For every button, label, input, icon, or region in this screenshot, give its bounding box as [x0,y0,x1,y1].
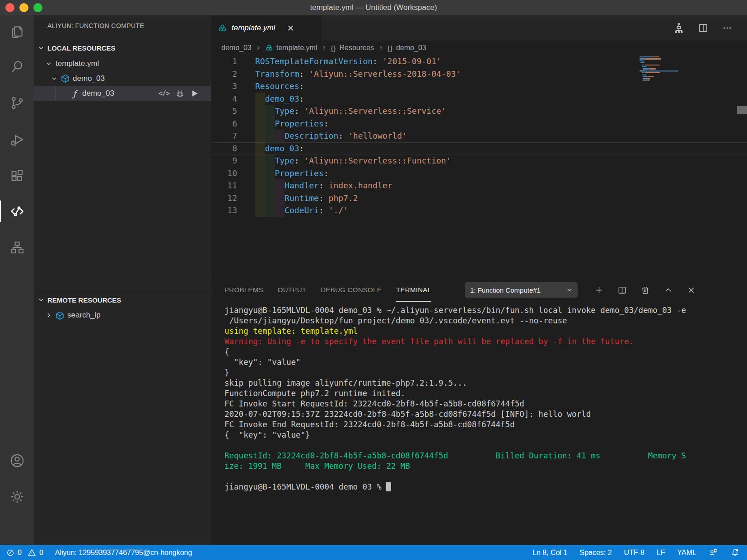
notifications-bell-icon[interactable] [730,548,740,557]
panel-tab-output[interactable]: OUTPUT [278,278,306,302]
extensions-icon[interactable] [0,162,34,190]
more-actions-icon[interactable] [722,23,733,33]
section-remote-resources[interactable]: REMOTE RESOURCES [34,292,211,308]
source-control-icon[interactable] [0,89,34,117]
maximize-panel-chevron-up-icon[interactable] [663,285,673,295]
zoom-window-button[interactable] [33,3,42,12]
code-line[interactable]: 4demo_03: [211,93,747,105]
window-controls [5,3,42,12]
code-line[interactable]: 6Properties: [211,117,747,130]
terminal-line: FC Invoke End RequestId: 23224cd0-2bf8-4… [224,420,747,430]
tree-item-function-demo03-selected[interactable]: ƒ demo_03 </> [34,86,211,101]
minimap-line [647,78,650,79]
minimap-line [642,75,647,75]
minimap-line [649,68,656,69]
indent-guide [255,167,265,180]
terminal-output[interactable]: jiangyu@B-165MLVDL-0004 demo_03 % ~/.ali… [211,302,747,545]
line-number: 2 [211,68,237,80]
code-line[interactable]: 10Properties: [211,167,747,180]
panel-actions [594,278,747,302]
section-local-resources[interactable]: LOCAL RESOURCES [34,40,211,56]
panel-tab-debug-console[interactable]: DEBUG CONSOLE [321,278,382,302]
indent-guide [275,130,285,142]
settings-gear-icon[interactable] [0,483,34,511]
run-debug-icon[interactable] [0,126,34,154]
terminal-line: "key": "value" [224,357,747,368]
explorer-icon[interactable] [0,18,34,46]
code-text: ROSTemplateFormatVersion: '2015-09-01' [255,55,441,68]
search-icon[interactable] [0,53,34,81]
code-line[interactable]: 9Type: 'Aliyun::Serverless::Function' [211,154,747,167]
local-invoke-code-icon[interactable]: </> [159,89,169,98]
breadcrumb-item[interactable]: demo_03 [221,44,252,52]
gutter-gap [237,105,255,117]
indentation-status[interactable]: Spaces: 2 [579,549,612,557]
line-number: 11 [211,179,237,192]
panel-tab-problems[interactable]: PROBLEMS [224,278,263,302]
split-editor-icon[interactable] [698,23,709,33]
tree-item-search-ip[interactable]: search_ip [34,308,211,323]
code-line[interactable]: 11Handler: index.handler [211,179,747,192]
code-line[interactable]: 8demo_03: [211,142,747,155]
deploy-hierarchy-icon[interactable] [673,22,685,34]
resource-hierarchy-icon[interactable] [0,233,34,261]
code-text: Type: 'Aliyun::Serverless::Service' [275,105,446,117]
indent-guide [265,154,275,167]
tree-item-label: template.yml [56,59,99,68]
aliyun-function-compute-icon[interactable] [0,197,34,225]
close-panel-icon[interactable] [686,285,696,295]
feedback-icon[interactable] [709,548,718,557]
code-line[interactable]: 7Description: 'helloworld' [211,130,747,142]
kill-terminal-trash-icon[interactable] [640,285,650,295]
minimap-line [647,66,647,67]
code-text: CodeUri: './' [285,204,348,217]
gutter-gap [237,142,255,155]
tree-item-template-yml[interactable]: template.yml [34,56,211,71]
problems-status[interactable]: 0 0 [6,548,43,557]
close-window-button[interactable] [5,3,14,12]
minimap-line [642,66,647,67]
tree-item-service-demo03[interactable]: demo_03 [34,71,211,86]
ros-template-icon [265,44,273,52]
split-terminal-icon[interactable] [617,285,627,295]
editor-scrollbar-thumb[interactable] [737,106,747,114]
indent-guide [255,192,265,205]
line-number: 7 [211,130,237,142]
encoding-status[interactable]: UTF-8 [624,549,644,557]
braces-symbol-icon: {} [331,44,336,52]
panel-tab-terminal[interactable]: TERMINAL [396,278,431,302]
tab-template-yml[interactable]: template.yml ✕ [211,15,322,41]
code-text: demo_03: [265,93,304,105]
code-line[interactable]: 13CodeUri: './' [211,204,747,217]
debug-bug-icon[interactable] [175,89,185,98]
code-text: Transform: 'Aliyun::Serverless-2018-04-0… [255,68,461,80]
run-play-icon[interactable] [191,89,199,98]
code-editor[interactable]: 1ROSTemplateFormatVersion: '2015-09-01'2… [211,55,747,278]
minimap-line [645,65,660,65]
service-cube-icon [56,311,64,320]
indent-guide [275,192,285,205]
indent-guide [255,117,265,130]
code-line[interactable]: 5Type: 'Aliyun::Serverless::Service' [211,105,747,117]
breadcrumb-separator-icon [378,45,384,51]
minimap-line [640,61,644,61]
code-line[interactable]: 12Runtime: php7.2 [211,192,747,205]
breadcrumb-item[interactable]: {}Resources [331,44,374,52]
terminal-selector-dropdown[interactable]: 1: Function Compute#1 [465,282,578,298]
gutter-gap [237,80,255,93]
accounts-icon[interactable] [0,447,34,475]
breadcrumb-separator-icon [255,45,261,51]
minimize-window-button[interactable] [19,3,28,12]
breadcrumb-item[interactable]: template.yml [265,44,317,52]
minimap-line [643,76,646,77]
indent-guide [275,204,285,217]
tab-close-icon[interactable]: ✕ [287,24,294,33]
language-mode-status[interactable]: YAML [677,549,696,557]
minimap[interactable] [640,56,678,84]
breadcrumb-item[interactable]: {}demo_03 [388,44,426,52]
sidebar-title: ALIYUN: FUNCTION COMPUTE [34,15,211,36]
aliyun-account-status[interactable]: Aliyun: 1295939377467795@cn-hongkong [55,549,192,557]
new-terminal-icon[interactable] [594,285,604,295]
cursor-position-status[interactable]: Ln 8, Col 1 [532,549,567,557]
eol-status[interactable]: LF [657,549,665,557]
